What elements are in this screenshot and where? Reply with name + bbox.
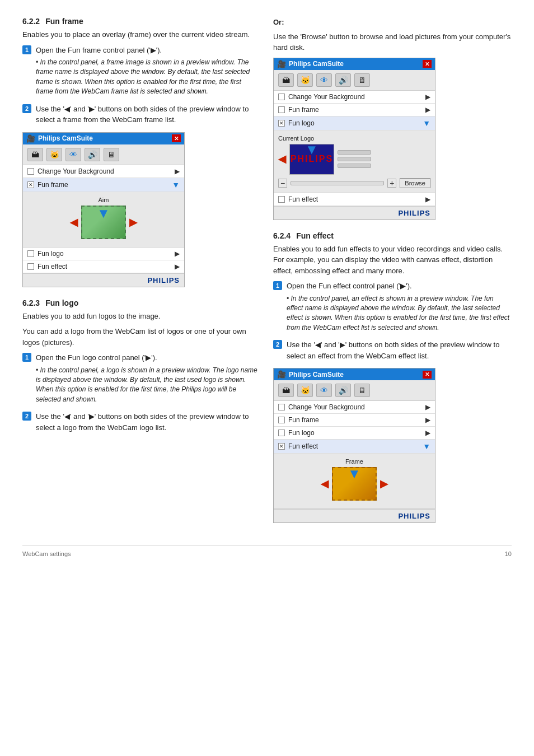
tool-icon-4-fl[interactable]: 🔊 bbox=[335, 73, 351, 87]
section-fun-effect: 6.2.4 Fun effect Enables you to add fun … bbox=[273, 231, 512, 524]
fun-logo-close-btn[interactable]: ✕ bbox=[423, 60, 432, 68]
tool-icon-1-fe[interactable]: 🏔 bbox=[278, 384, 294, 397]
fun-effect-preview: ◀ ▼ ▶ bbox=[278, 467, 430, 501]
step-1-text-fun-effect: Open the Fun effect control panel ('▶'). bbox=[287, 281, 512, 292]
fun-logo-philips-footer: PHILIPS bbox=[274, 206, 435, 220]
checkbox-funframe-fl[interactable] bbox=[278, 106, 285, 113]
step-1-fun-logo: 1 Open the Fun logo control panel ('▶').… bbox=[22, 352, 257, 407]
menu-label-funlogo-fe: Fun logo bbox=[288, 429, 422, 437]
step-1-note-fun-logo: • In the control panel, a logo is shown … bbox=[36, 366, 257, 405]
step-num-2-fun-frame: 2 bbox=[22, 104, 31, 113]
opacity-slider[interactable] bbox=[291, 181, 384, 185]
tool-icon-1-fl[interactable]: 🏔 bbox=[278, 73, 294, 87]
menu-item-background-fl[interactable]: Change Your Background ▶ bbox=[274, 91, 435, 104]
checkbox-funframe-ff[interactable]: ✕ bbox=[27, 181, 34, 188]
menu-item-funframe-fe[interactable]: Fun frame ▶ bbox=[274, 414, 435, 427]
browse-btn[interactable]: Browse bbox=[400, 178, 430, 188]
menu-item-funlogo-fl[interactable]: ✕ Fun logo ▼ bbox=[274, 116, 435, 130]
checkbox-funframe-fe[interactable] bbox=[278, 417, 285, 423]
next-arrow-fe[interactable]: ▶ bbox=[380, 478, 388, 490]
logo-slider-bar3[interactable] bbox=[338, 164, 371, 168]
checkbox-background-fe[interactable] bbox=[278, 404, 285, 410]
logo-slider-area bbox=[338, 150, 371, 168]
left-column: 6.2.2 Fun frame Enables you to place an … bbox=[22, 17, 257, 534]
section-heading-fun-frame: 6.2.2 Fun frame bbox=[22, 17, 257, 26]
checkbox-background-fl[interactable] bbox=[278, 94, 285, 100]
tool-icon-5-ff[interactable]: 🖥 bbox=[104, 148, 119, 161]
prev-arrow-fl[interactable]: ◀ bbox=[278, 153, 286, 165]
step-2-fun-effect: 2 Use the '◀' and '▶' buttons on both si… bbox=[273, 339, 512, 363]
checkbox-funlogo-fl[interactable]: ✕ bbox=[278, 120, 285, 127]
section-intro2-fun-logo: You can add a logo from the WebCam list … bbox=[22, 326, 257, 348]
arrow-funeffect-fe: ▼ bbox=[423, 442, 430, 451]
step-1-text-fun-logo: Open the Fun logo control panel ('▶'). bbox=[36, 352, 257, 363]
tool-icon-2-ff[interactable]: 🐱 bbox=[46, 148, 62, 161]
menu-item-funlogo-ff[interactable]: Fun logo ▶ bbox=[23, 248, 184, 260]
fun-frame-close-btn[interactable]: ✕ bbox=[172, 134, 181, 142]
footer-left: WebCam settings bbox=[22, 550, 71, 557]
menu-item-background-fe[interactable]: Change Your Background ▶ bbox=[274, 401, 435, 414]
tool-icon-2-fe[interactable]: 🐱 bbox=[297, 384, 313, 397]
tool-icon-3-fl[interactable]: 👁 bbox=[316, 73, 332, 87]
step-1-note-fun-effect: • In the control panel, an effect is sho… bbox=[287, 294, 512, 333]
section-fun-logo: 6.2.3 Fun logo Enables you to add fun lo… bbox=[22, 298, 257, 436]
next-arrow-ff[interactable]: ▶ bbox=[129, 216, 137, 228]
plus-btn[interactable]: + bbox=[387, 179, 396, 188]
current-logo-label: Current Logo bbox=[278, 135, 430, 142]
fun-frame-aim-label: Aim bbox=[27, 197, 180, 203]
menu-item-funlogo-fe[interactable]: Fun logo ▶ bbox=[274, 427, 435, 440]
browse-row: − + Browse bbox=[278, 178, 430, 188]
menu-item-funeffect-ff[interactable]: Fun effect ▶ bbox=[23, 260, 184, 273]
section-heading-fun-logo: 6.2.3 Fun logo bbox=[22, 298, 257, 307]
step-1-fun-frame: 1 Open the Fun frame control panel ('▶')… bbox=[22, 45, 257, 99]
step-2-text-fun-effect: Use the '◀' and '▶' buttons on both side… bbox=[287, 339, 512, 361]
tool-icon-3-fe[interactable]: 👁 bbox=[316, 384, 332, 397]
tool-icon-1-ff[interactable]: 🏔 bbox=[27, 148, 43, 161]
menu-label-background-fe: Change Your Background bbox=[288, 403, 422, 411]
logo-slider-bar2[interactable] bbox=[338, 157, 371, 161]
tool-icon-3-ff[interactable]: 👁 bbox=[65, 148, 81, 161]
menu-item-funeffect-fl[interactable]: Fun effect ▶ bbox=[274, 193, 435, 206]
titlebar-icon-fl: 🎥 bbox=[277, 60, 286, 68]
tool-icon-4-fe[interactable]: 🔊 bbox=[335, 384, 351, 397]
fun-effect-window: 🎥 Philips CamSuite ✕ 🏔 🐱 👁 🔊 🖥 Change Yo… bbox=[273, 368, 435, 523]
arrow-funeffect-ff: ▶ bbox=[175, 263, 180, 270]
menu-item-funeffect-fe[interactable]: ✕ Fun effect ▼ bbox=[274, 440, 435, 454]
fun-frame-philips-footer: PHILIPS bbox=[23, 273, 184, 287]
section-heading-fun-effect: 6.2.4 Fun effect bbox=[273, 231, 512, 240]
checkbox-funeffect-fe[interactable]: ✕ bbox=[278, 443, 285, 450]
checkbox-funlogo-ff[interactable] bbox=[27, 250, 34, 257]
menu-label-background-ff: Change Your Background bbox=[38, 167, 171, 175]
step-1-text-fun-frame: Open the Fun frame control panel ('▶'). bbox=[36, 45, 257, 56]
checkbox-funlogo-fe[interactable] bbox=[278, 430, 285, 436]
section-title-fun-effect: Fun effect bbox=[296, 231, 334, 240]
fun-effect-close-btn[interactable]: ✕ bbox=[423, 371, 432, 379]
tool-icon-5-fe[interactable]: 🖥 bbox=[354, 384, 370, 397]
minus-btn[interactable]: − bbox=[278, 179, 287, 188]
menu-label-funlogo-fl: Fun logo bbox=[288, 119, 419, 127]
tool-icon-2-fl[interactable]: 🐱 bbox=[297, 73, 313, 87]
menu-item-background-ff[interactable]: Change Your Background ▶ bbox=[23, 165, 184, 178]
checkbox-funeffect-ff[interactable] bbox=[27, 263, 34, 270]
step-2-content-fun-frame: Use the '◀' and '▶' buttons on both side… bbox=[36, 104, 257, 128]
checkbox-background-ff[interactable] bbox=[27, 168, 34, 175]
step-1-content-fun-effect: Open the Fun effect control panel ('▶').… bbox=[287, 281, 512, 335]
tool-icon-4-ff[interactable]: 🔊 bbox=[85, 148, 100, 161]
menu-item-funframe-ff[interactable]: ✕ Fun frame ▼ bbox=[23, 178, 184, 192]
step-num-2-fun-effect: 2 bbox=[273, 340, 282, 349]
menu-item-funframe-fl[interactable]: Fun frame ▶ bbox=[274, 104, 435, 116]
arrow-background-fe: ▶ bbox=[425, 403, 430, 411]
prev-arrow-fe[interactable]: ◀ bbox=[321, 478, 329, 490]
blue-down-arrow-ff: ▼ bbox=[97, 206, 110, 221]
frame-preview-box: ▼ bbox=[81, 206, 126, 239]
arrow-background-ff: ▶ bbox=[175, 167, 180, 175]
section-intro1-fun-logo: Enables you to add fun logos to the imag… bbox=[22, 311, 257, 322]
tool-icon-5-fl[interactable]: 🖥 bbox=[354, 73, 370, 87]
logo-slider-bar1[interactable] bbox=[338, 150, 371, 155]
footer-right: 10 bbox=[505, 550, 512, 557]
fun-logo-window-title: Philips CamSuite bbox=[289, 60, 344, 68]
prev-arrow-ff[interactable]: ◀ bbox=[70, 216, 78, 228]
step-2-fun-logo: 2 Use the '◀' and '▶' buttons on both si… bbox=[22, 411, 257, 435]
checkbox-funeffect-fl[interactable] bbox=[278, 196, 285, 203]
step-2-text-fun-frame: Use the '◀' and '▶' buttons on both side… bbox=[36, 104, 257, 125]
